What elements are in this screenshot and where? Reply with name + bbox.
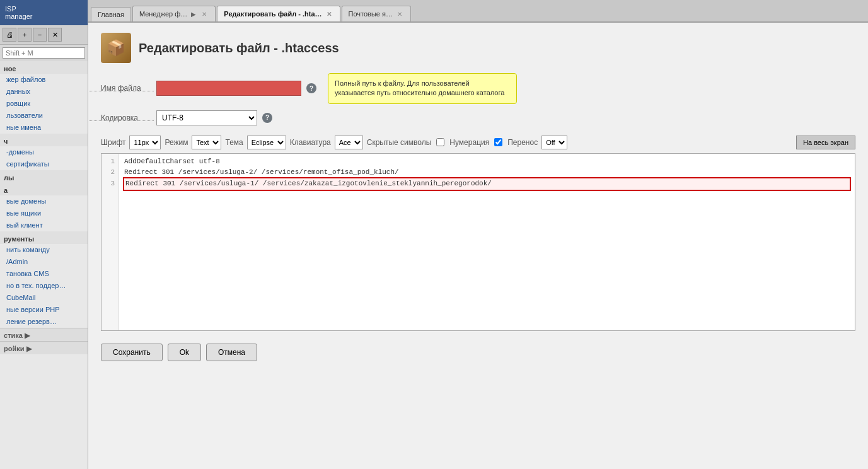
sidebar-item-mail-client[interactable]: вый клиент <box>0 219 88 231</box>
tab-editor[interactable]: Редактировать файл - .hta… ✕ <box>217 6 340 21</box>
sidebar-item-mail-domains[interactable]: вые домены <box>0 195 88 207</box>
font-label: Шрифт <box>101 138 125 147</box>
logo-line1: ISP <box>5 5 32 13</box>
sidebar-search-container <box>0 45 88 61</box>
logo: ISP manager <box>0 0 88 25</box>
tab-filemanager-label: Менеджер ф… <box>139 10 187 18</box>
encoding-row: Кодировка UTF-8 ? <box>101 110 855 125</box>
line-number-3: 3 <box>105 178 115 190</box>
page-title: Редактировать файл - .htaccess <box>139 41 339 55</box>
page-header: 📦 Редактировать файл - .htaccess <box>101 33 855 63</box>
sidebar-item-support[interactable]: но в тех. поддер… <box>0 280 88 292</box>
filename-help-icon[interactable]: ? <box>306 83 316 93</box>
print-icon-btn[interactable]: 🖨 <box>3 28 16 42</box>
mode-select[interactable]: Text <box>192 136 221 149</box>
section-tools-title: рументы <box>0 231 88 244</box>
tab-mail-close[interactable]: ✕ <box>395 9 404 18</box>
cancel-button[interactable]: Отмена <box>206 344 257 361</box>
logo-line2: manager <box>5 13 32 20</box>
code-line-3: Redirect 301 /services/usluga-1/ /servic… <box>123 177 851 191</box>
main-area: Главная Менеджер ф… ▶ ✕ Редактировать фа… <box>88 0 868 469</box>
line-number-2: 2 <box>105 167 115 178</box>
fullscreen-button[interactable]: На весь экран <box>796 136 855 149</box>
tab-mail[interactable]: Почтовые я… ✕ <box>342 6 411 21</box>
line-number-1: 1 <box>105 156 115 168</box>
add-icon-btn[interactable]: + <box>18 28 32 42</box>
editor-content[interactable]: AddDefaultCharset utf-8 Redirect 301 /se… <box>119 154 855 330</box>
filename-row: Имя файла ? Полный путь к файлу. Для пол… <box>101 73 855 104</box>
sidebar-item-cms[interactable]: тановка CMS <box>0 268 88 280</box>
theme-label: Тема <box>225 138 243 147</box>
tabs-bar: Главная Менеджер ф… ▶ ✕ Редактировать фа… <box>88 0 868 23</box>
encoding-select[interactable]: UTF-8 <box>156 110 257 125</box>
sidebar-item-names[interactable]: ные имена <box>0 122 88 134</box>
tab-home[interactable]: Главная <box>91 7 131 21</box>
editor-container[interactable]: 1 2 3 AddDefaultCharset utf-8 Redirect 3… <box>101 153 855 331</box>
tab-filemanager-close[interactable]: ✕ <box>200 9 209 18</box>
tab-arrow-icon: ▶ <box>190 11 197 18</box>
minus-icon-btn[interactable]: − <box>33 28 47 42</box>
sidebar-item-provider[interactable]: ровщик <box>0 98 88 110</box>
page-icon-glyph: 📦 <box>107 39 125 57</box>
keyboard-select[interactable]: Ace <box>335 136 363 149</box>
editor-lines: 1 2 3 AddDefaultCharset utf-8 Redirect 3… <box>101 154 855 330</box>
theme-select[interactable]: Eclipse <box>247 136 286 149</box>
section-main-title: ное <box>0 61 88 74</box>
hidden-symbols-label: Скрытые символы <box>367 138 432 147</box>
section-mail-title: а <box>0 183 88 195</box>
sidebar-item-data[interactable]: данных <box>0 86 88 98</box>
tab-mail-label: Почтовые я… <box>349 10 393 18</box>
sidebar-item-cubemail[interactable]: CubeMail <box>0 292 88 304</box>
filename-label: Имя файла <box>101 84 151 93</box>
sidebar-item-php[interactable]: ные версии PHP <box>0 304 88 316</box>
keyboard-label: Клавиатура <box>290 138 331 147</box>
sidebar-item-domains[interactable]: -домены <box>0 146 88 158</box>
sidebar: ISP manager 🖨 + − ✕ ное жер файлов данны… <box>0 0 88 469</box>
tooltip-box: Полный путь к файлу. Для пользователей у… <box>328 73 517 104</box>
wrap-select[interactable]: Off <box>541 136 567 149</box>
sidebar-toolbar: 🖨 + − ✕ <box>0 25 88 45</box>
save-button[interactable]: Сохранить <box>101 344 163 361</box>
tab-editor-close[interactable]: ✕ <box>325 9 333 18</box>
ok-button[interactable]: Ok <box>168 344 201 361</box>
sidebar-item-run-cmd[interactable]: нить команду <box>0 244 88 256</box>
section-settings-header[interactable]: ройки ▶ <box>0 341 88 354</box>
sidebar-item-file-manager[interactable]: жер файлов <box>0 74 88 86</box>
sidebar-item-backup[interactable]: ление резерв… <box>0 316 88 328</box>
numbering-checkbox[interactable] <box>494 138 502 146</box>
code-line-1: AddDefaultCharset utf-8 <box>124 156 850 168</box>
search-input[interactable] <box>3 47 85 59</box>
sidebar-item-users[interactable]: льзователи <box>0 110 88 122</box>
section-ssl-title: ч <box>0 134 88 146</box>
content-area: 📦 Редактировать файл - .htaccess Имя фай… <box>88 23 868 469</box>
numbering-label: Нумерация <box>449 138 489 147</box>
section-files-title: лы <box>0 170 88 183</box>
close-icon-btn[interactable]: ✕ <box>48 28 62 42</box>
font-select[interactable]: 11px <box>129 136 161 149</box>
hidden-symbols-checkbox[interactable] <box>436 138 444 146</box>
tab-filemanager[interactable]: Менеджер ф… ▶ ✕ <box>132 6 216 21</box>
filename-input[interactable] <box>156 81 301 96</box>
encoding-help-icon[interactable]: ? <box>262 113 272 123</box>
encoding-label: Кодировка <box>101 113 151 122</box>
tab-editor-label: Редактировать файл - .hta… <box>224 10 321 18</box>
sidebar-item-wp-admin[interactable]: /Admin <box>0 256 88 268</box>
page-icon: 📦 <box>101 33 131 63</box>
line-numbers: 1 2 3 <box>101 154 119 330</box>
sidebar-item-mail-boxes[interactable]: вые ящики <box>0 207 88 219</box>
sidebar-item-certs[interactable]: сертификаты <box>0 158 88 170</box>
tab-home-label: Главная <box>98 11 124 18</box>
wrap-label: Перенос <box>507 138 538 147</box>
action-buttons: Сохранить Ok Отмена <box>101 344 855 361</box>
section-stats-header[interactable]: стика ▶ <box>0 328 88 341</box>
editor-toolbar: Шрифт 11px Режим Text Тема Eclipse Клави… <box>101 132 855 153</box>
mode-label: Режим <box>165 138 188 147</box>
logo-text: ISP manager <box>5 5 32 20</box>
